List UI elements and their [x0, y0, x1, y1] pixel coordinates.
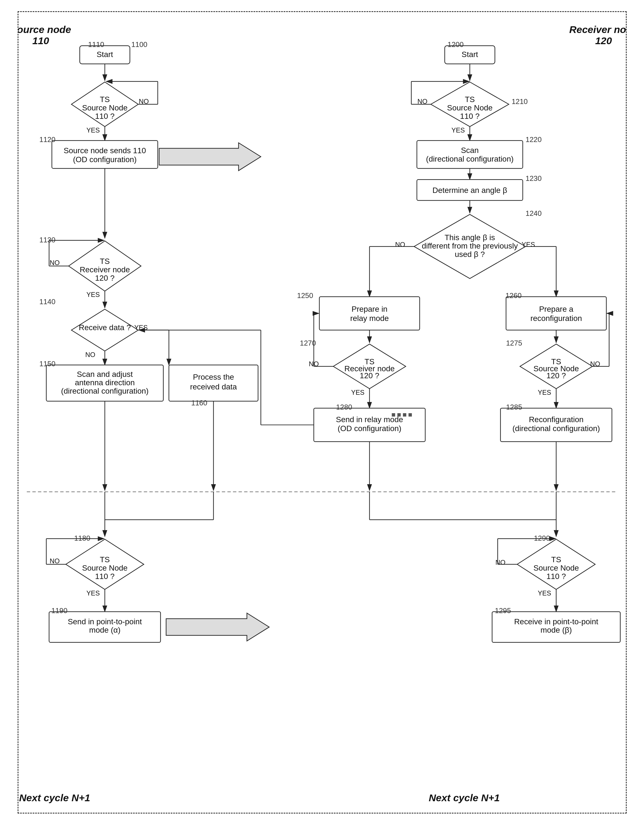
box-1220-text1: Scan — [461, 146, 479, 154]
box-1150-text1: Scan and adjust — [77, 370, 133, 379]
diamond-1240-text1: This angle β is — [445, 233, 495, 242]
ref-1190: 1190 — [51, 607, 67, 615]
box-1120-text1: Source node sends 110 — [63, 146, 146, 155]
ref-1220: 1220 — [525, 136, 541, 144]
ref-1160: 1160 — [191, 399, 207, 407]
box-1190-text2: mode (α) — [89, 626, 120, 634]
diamond-1210-text2: Source Node — [447, 104, 493, 112]
svg-rect-5 — [403, 413, 406, 417]
diamond-1130-text2: Receiver node — [80, 265, 130, 274]
diamond-1180-text3: 110 ? — [95, 572, 114, 581]
box-1260-text1: Prepare a — [539, 305, 573, 314]
ref-1100: 1100 — [131, 40, 147, 48]
start-label-right: Start — [462, 50, 478, 59]
source-node-number: 110 — [32, 35, 49, 46]
big-arrow-1120-to-1220 — [159, 143, 261, 171]
box-1150-text3: (directional configuration) — [61, 387, 148, 395]
ref-1130: 1130 — [39, 236, 55, 244]
ref-1200: 1200 — [447, 40, 464, 48]
box-1295-text1: Receive in point-to-point — [514, 617, 598, 626]
box-1295-text2: mode (β) — [540, 626, 572, 634]
ref-1150: 1150 — [39, 360, 55, 368]
svg-rect-4 — [397, 413, 401, 417]
diamond-1210-text3: 110 ? — [460, 112, 479, 121]
box-1120-text2: (OD configuration) — [73, 155, 137, 164]
receiver-node-label: Receiver node — [569, 24, 626, 35]
ref-1230: 1230 — [525, 175, 541, 182]
ref-1275: 1275 — [506, 339, 522, 347]
box-1230-text: Determine an angle β — [432, 186, 507, 195]
diamond-1180-text1: TS — [100, 555, 110, 564]
next-cycle-right: Next cycle N+1 — [428, 792, 499, 803]
yes-label-1210: YES — [451, 127, 465, 134]
yes-label-1290: YES — [538, 589, 551, 597]
big-arrow-1190-to-1295 — [166, 613, 269, 641]
no-label-1130: NO — [49, 259, 60, 266]
yes-label-1240: YES — [522, 241, 535, 248]
yes-label-1110: YES — [86, 127, 100, 134]
box-1285-text1: Reconfiguration — [528, 415, 583, 424]
diamond-1140-text1: Receive data ? — [79, 323, 131, 332]
box-1190-text1: Send in point-to-point — [68, 617, 142, 626]
ref-1120: 1120 — [39, 136, 55, 144]
box-1160-text1: Process the — [193, 373, 234, 381]
yes-label-1270: YES — [351, 389, 364, 396]
page: Source node 110 Receiver node 120 Next c… — [18, 11, 627, 814]
box-1250-text2: relay mode — [350, 314, 389, 323]
ref-1280: 1280 — [336, 403, 352, 411]
box-1160-text2: received data — [190, 382, 237, 391]
diamond-1110-text1: TS — [100, 95, 110, 104]
next-cycle-left: Next cycle N+1 — [19, 792, 90, 803]
no-label-1140: NO — [85, 351, 95, 358]
ref-1285: 1285 — [506, 403, 522, 411]
svg-rect-6 — [408, 413, 412, 417]
yes-label-1180: YES — [86, 589, 100, 597]
box-1280-text2: (OD configuration) — [337, 424, 401, 433]
box-1220-text2: (directional configuration) — [426, 154, 513, 163]
box-1260-text2: reconfiguration — [530, 314, 582, 323]
yes-label-1130: YES — [86, 291, 100, 298]
no-label-1290: NO — [495, 559, 505, 566]
ref-1210: 1210 — [512, 97, 528, 105]
ref-1140: 1140 — [39, 298, 55, 306]
diamond-1290-text2: Source Node — [533, 564, 579, 572]
ref-1290: 1290 — [534, 534, 550, 542]
ref-1180: 1180 — [74, 534, 90, 542]
diamond-1290-text3: 110 ? — [546, 572, 566, 581]
diamond-1110-text3: 110 ? — [95, 112, 114, 121]
diamond-1240-text3: used β ? — [454, 250, 485, 259]
box-1250-text1: Prepare in — [351, 305, 388, 314]
ref-1110: 1110 — [88, 40, 104, 48]
ref-1250: 1250 — [297, 292, 313, 300]
no-label-1180: NO — [49, 557, 60, 565]
diamond-1290-text1: TS — [551, 555, 561, 564]
diamond-1210-text1: TS — [465, 95, 475, 104]
start-label-left: Start — [96, 50, 113, 59]
no-label-1240: NO — [395, 241, 405, 248]
source-node-label: Source node — [18, 24, 71, 35]
yes-label-1275: YES — [538, 389, 551, 396]
diamond-1275-text3: 120 ? — [546, 371, 566, 380]
box-1150-text2: antenna direction — [75, 378, 135, 387]
diamond-1240-text2: different from the previously — [422, 241, 518, 250]
diamond-1130-text1: TS — [100, 257, 110, 266]
ref-1240: 1240 — [525, 209, 541, 217]
svg-rect-3 — [392, 413, 395, 417]
diamond-1180-text2: Source Node — [82, 564, 127, 572]
diamond-1270-text3: 120 ? — [360, 371, 379, 380]
diamond-1130-text3: 120 ? — [95, 274, 114, 282]
ref-1260: 1260 — [505, 292, 522, 300]
diamond-1110-text2: Source Node — [82, 104, 127, 112]
ref-1295: 1295 — [495, 607, 511, 615]
box-1285-text2: (directional configuration) — [512, 424, 600, 433]
receiver-node-number: 120 — [595, 35, 612, 46]
